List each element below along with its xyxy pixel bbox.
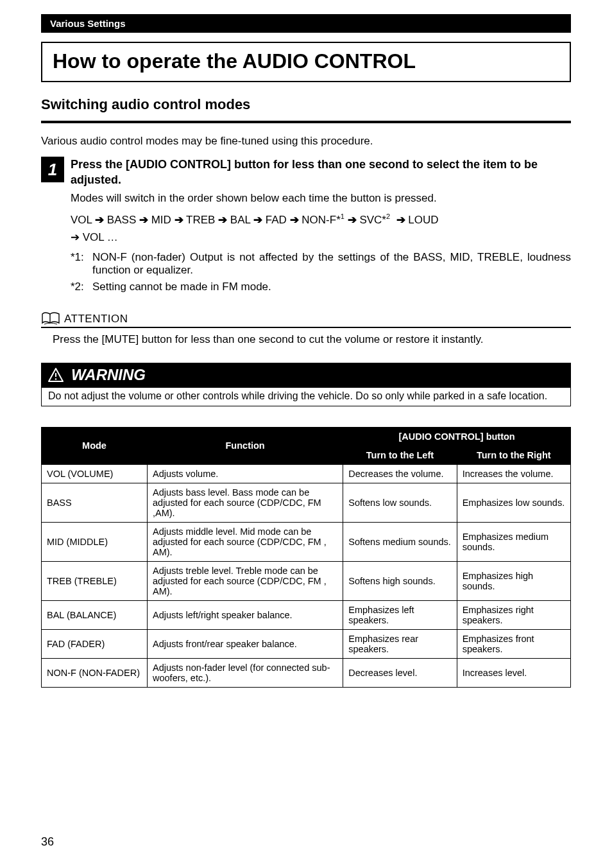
warning-box: WARNING Do not adjust the volume or othe… (41, 363, 571, 406)
svg-point-1 (55, 378, 57, 380)
footnote-tag: *2: (71, 281, 92, 293)
col-mode: Mode (42, 427, 148, 464)
table-body: VOL (VOLUME) Adjusts volume. Decreases t… (42, 464, 571, 687)
attention-rule (41, 327, 571, 328)
cell-mode: FAD (FADER) (42, 629, 148, 658)
cell-mode: BASS (42, 483, 148, 522)
section-header: Various Settings (41, 14, 571, 33)
table-row: BASS Adjusts bass level. Bass mode can b… (42, 483, 571, 522)
cell-right: Increases the volume. (457, 464, 570, 483)
cell-left: Decreases the volume. (343, 464, 457, 483)
cell-func: Adjusts volume. (148, 464, 343, 483)
arrow-icon: ➔ (253, 214, 262, 226)
subsection-title: Switching audio control modes (41, 96, 571, 116)
cell-func: Adjusts front/rear speaker balance. (148, 629, 343, 658)
arrow-icon: ➔ (218, 214, 227, 226)
cell-func: Adjusts treble level. Treble mode can be… (148, 561, 343, 600)
cell-mode: BAL (BALANCE) (42, 600, 148, 629)
col-right: Turn to the Right (457, 446, 570, 464)
table-row: FAD (FADER) Adjusts front/rear speaker b… (42, 629, 571, 658)
table-row: NON-F (NON-FADER) Adjusts non-fader leve… (42, 658, 571, 687)
footnotes: *1: NON-F (non-fader) Output is not affe… (71, 251, 571, 293)
mode-sequence: VOL ➔ BASS ➔ MID ➔ TREB ➔ BAL ➔ FAD ➔ NO… (71, 211, 571, 246)
page-number: 36 (41, 835, 54, 849)
cell-left: Emphasizes rear speakers. (343, 629, 457, 658)
step-1: 1 Press the [AUDIO CONTROL] button for l… (41, 157, 571, 297)
cell-right: Emphasizes low sounds. (457, 483, 570, 522)
footnote-tag: *1: (71, 251, 92, 277)
seq-wrap: ➔ VOL … (71, 231, 118, 243)
table-row: BAL (BALANCE) Adjusts left/right speaker… (42, 600, 571, 629)
footnote: *1: NON-F (non-fader) Output is not affe… (71, 251, 571, 277)
seq-item: NON-F*1 (302, 214, 344, 226)
rule (41, 121, 571, 123)
cell-right: Emphasizes right speakers. (457, 600, 570, 629)
table-header-row: Mode Function [AUDIO CONTROL] button (42, 427, 571, 446)
table-row: VOL (VOLUME) Adjusts volume. Decreases t… (42, 464, 571, 483)
arrow-icon: ➔ (396, 214, 405, 226)
cell-mode: TREB (TREBLE) (42, 561, 148, 600)
cell-right: Emphasizes high sounds. (457, 561, 570, 600)
cell-func: Adjusts non-fader level (for connected s… (148, 658, 343, 687)
warning-label: WARNING (71, 366, 146, 384)
warning-triangle-icon (48, 368, 64, 382)
step-number-badge: 1 (41, 157, 64, 182)
seq-item: SVC*2 (359, 214, 390, 226)
cell-left: Decreases level. (343, 658, 457, 687)
step-description: Modes will switch in the order shown bel… (71, 192, 571, 205)
step-body: Press the [AUDIO CONTROL] button for les… (71, 157, 571, 297)
title-box: How to operate the AUDIO CONTROL (41, 42, 571, 82)
footnote: *2: Setting cannot be made in FM mode. (71, 281, 571, 293)
seq-item: BAL (230, 214, 251, 226)
warning-header: WARNING (42, 363, 570, 388)
cell-mode: NON-F (NON-FADER) (42, 658, 148, 687)
cell-left: Softens high sounds. (343, 561, 457, 600)
page-title: How to operate the AUDIO CONTROL (53, 49, 559, 73)
cell-func: Adjusts middle level. Mid mode can be ad… (148, 522, 343, 561)
seq-item: TREB (186, 214, 215, 226)
seq-item: VOL (71, 214, 92, 226)
cell-left: Emphasizes left speakers. (343, 600, 457, 629)
step-instruction: Press the [AUDIO CONTROL] button for les… (71, 157, 571, 188)
attention-label: ATTENTION (64, 313, 128, 326)
arrow-icon: ➔ (139, 214, 148, 226)
cell-left: Softens medium sounds. (343, 522, 457, 561)
audio-control-table: Mode Function [AUDIO CONTROL] button Tur… (41, 427, 571, 688)
table-row: TREB (TREBLE) Adjusts treble level. Treb… (42, 561, 571, 600)
cell-mode: MID (MIDDLE) (42, 522, 148, 561)
cell-right: Emphasizes medium sounds. (457, 522, 570, 561)
seq-item: BASS (107, 214, 136, 226)
arrow-icon: ➔ (174, 214, 183, 226)
cell-func: Adjusts left/right speaker balance. (148, 600, 343, 629)
intro-text: Various audio control modes may be fine-… (41, 135, 571, 148)
seq-item: LOUD (408, 214, 438, 226)
seq-item: FAD (266, 214, 287, 226)
col-function: Function (148, 427, 343, 464)
footnote-text: NON-F (non-fader) Output is not affected… (92, 251, 571, 277)
seq-item: MID (151, 214, 171, 226)
arrow-icon: ➔ (290, 214, 299, 226)
cell-mode: VOL (VOLUME) (42, 464, 148, 483)
attention-text: Press the [MUTE] button for less than on… (53, 333, 571, 346)
cell-func: Adjusts bass level. Bass mode can be adj… (148, 483, 343, 522)
warning-text: Do not adjust the volume or other contro… (42, 388, 570, 406)
table-row: MID (MIDDLE) Adjusts middle level. Mid m… (42, 522, 571, 561)
footnote-text: Setting cannot be made in FM mode. (92, 281, 571, 293)
cell-left: Softens low sounds. (343, 483, 457, 522)
attention-header: ATTENTION (41, 310, 571, 326)
col-left: Turn to the Left (343, 446, 457, 464)
arrow-icon: ➔ (95, 214, 104, 226)
page: Various Settings How to operate the AUDI… (0, 0, 612, 868)
arrow-icon: ➔ (348, 214, 357, 226)
cell-right: Emphasizes front speakers. (457, 629, 570, 658)
cell-right: Increases level. (457, 658, 570, 687)
book-icon (41, 310, 60, 326)
col-group: [AUDIO CONTROL] button (343, 427, 571, 446)
